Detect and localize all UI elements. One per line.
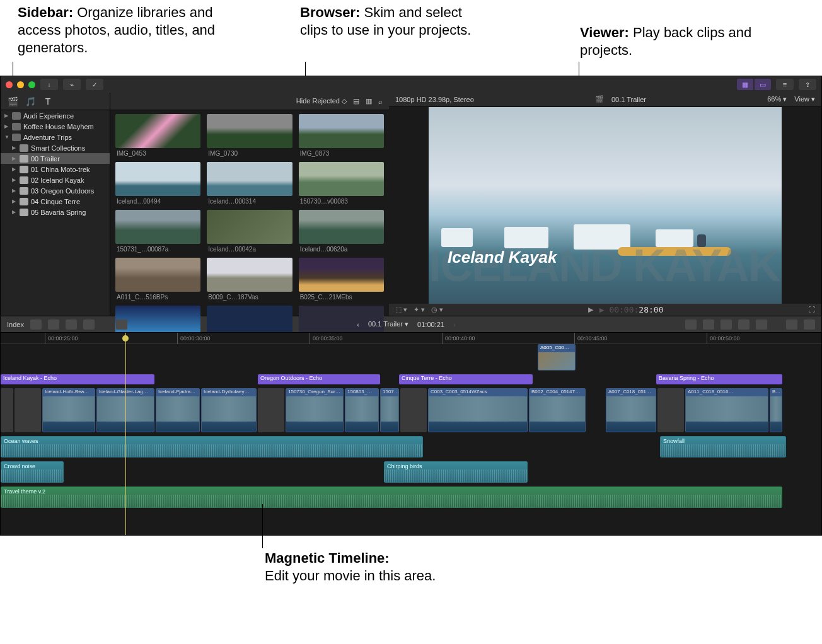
- sidebar-item[interactable]: ▶Smart Collections: [1, 142, 110, 153]
- audio-clip[interactable]: Crowd noise: [1, 461, 64, 483]
- browser-clip[interactable]: A011_C…516BPs: [115, 258, 200, 301]
- sidebar-item[interactable]: ▼Adventure Trips: [1, 132, 110, 142]
- video-clip[interactable]: A011_C018_0516…: [685, 388, 768, 432]
- zoom-menu[interactable]: 66% ▾: [767, 95, 787, 103]
- view-menu[interactable]: View ▾: [794, 95, 815, 103]
- video-clip[interactable]: B002_C004_0514T…: [529, 388, 586, 432]
- search-icon[interactable]: ⌕: [378, 98, 383, 105]
- titles-generators-tab[interactable]: T: [42, 96, 54, 107]
- solo-toggle[interactable]: [721, 319, 732, 330]
- ruler-mark: 00:00:50:00: [707, 333, 740, 344]
- gap-clip[interactable]: [400, 388, 427, 432]
- select-tool[interactable]: [116, 319, 127, 330]
- timeline-toggle[interactable]: ▭: [755, 79, 771, 90]
- clip-appearance[interactable]: [756, 319, 767, 330]
- gap-clip[interactable]: [258, 388, 284, 432]
- audio-skimming-toggle[interactable]: [703, 319, 714, 330]
- bottom-callout: Magnetic Timeline: Edit your movie in th…: [0, 536, 822, 611]
- filter-menu[interactable]: Hide Rejected ◇: [296, 97, 347, 105]
- append-button[interactable]: [66, 319, 77, 330]
- video-clip[interactable]: Iceland-Dyrholaey…: [201, 388, 257, 432]
- top-callouts: Sidebar: Organize libraries and access p…: [0, 0, 822, 76]
- browser-clip[interactable]: 150730…v00083: [299, 162, 384, 205]
- sidebar-item[interactable]: ▶00 Trailer: [1, 153, 110, 164]
- sidebar-item[interactable]: ▶02 Iceland Kayak: [1, 175, 110, 185]
- timeline-history-forward[interactable]: ›: [453, 321, 456, 328]
- background-tasks-button[interactable]: ✓: [86, 79, 103, 90]
- overwrite-button[interactable]: [83, 319, 95, 330]
- timeline-project-menu[interactable]: 00.1 Trailer ▾: [368, 320, 408, 328]
- browser-clip[interactable]: Iceland…000314: [207, 162, 292, 205]
- audio-clip[interactable]: Ocean waves: [1, 436, 423, 457]
- title-track: Iceland Kayak - EchoOregon Outdoors - Ec…: [1, 374, 821, 387]
- keyword-button[interactable]: ⌁: [63, 79, 81, 90]
- audio-clip[interactable]: Snowfall: [660, 436, 786, 457]
- callout-sidebar-title: Sidebar:: [18, 4, 73, 20]
- list-view-button[interactable]: ▥: [366, 97, 372, 105]
- enhance-menu[interactable]: ✦ ▾: [414, 306, 425, 314]
- browser-clip[interactable]: IMG_0730: [207, 114, 292, 157]
- fullscreen-button[interactable]: ⛶: [808, 306, 815, 313]
- effects-browser-toggle[interactable]: [786, 319, 797, 330]
- video-clip[interactable]: 1507…: [380, 388, 399, 432]
- clip-appearance-button[interactable]: ▤: [353, 97, 359, 105]
- title-clip[interactable]: Oregon Outdoors - Echo: [258, 374, 380, 384]
- connect-button[interactable]: [30, 319, 42, 330]
- gap-clip[interactable]: [657, 388, 684, 432]
- primary-storyline: Iceland-Hofn-Bea…Iceland-Glacier-Lag…Ice…: [1, 388, 821, 434]
- video-clip[interactable]: C003_C003_0514WZacs: [428, 388, 528, 432]
- skimming-toggle[interactable]: [685, 319, 697, 330]
- video-clip[interactable]: B…: [770, 388, 782, 432]
- sidebar-item[interactable]: ▶04 Cinque Terre: [1, 196, 110, 207]
- gap-clip[interactable]: [14, 388, 41, 432]
- zoom-window-button[interactable]: [28, 81, 35, 88]
- browser-clip[interactable]: IMG_0453: [115, 114, 200, 157]
- video-clip[interactable]: 150730_Oregon_Sur…: [286, 388, 344, 432]
- gap-clip[interactable]: [1, 388, 13, 432]
- video-clip[interactable]: A007_C018_051…: [606, 388, 656, 432]
- timeline-index-button[interactable]: Index: [7, 321, 24, 328]
- sidebar-item[interactable]: ▶Koffee House Mayhem: [1, 121, 110, 132]
- browser-clip[interactable]: B025_C…21MEbs: [299, 258, 384, 301]
- video-clip[interactable]: 150803_…: [345, 388, 379, 432]
- browser-toggle[interactable]: ▦: [737, 79, 753, 90]
- browser-clip[interactable]: IMG_0873: [299, 114, 384, 157]
- title-clip[interactable]: Bavaria Spring - Echo: [656, 374, 782, 384]
- transform-menu[interactable]: ⬚ ▾: [395, 306, 407, 314]
- insert-button[interactable]: [48, 319, 59, 330]
- sidebar-item[interactable]: ▶Audi Experience: [1, 110, 110, 121]
- sidebar-item[interactable]: ▶03 Oregon Outdoors: [1, 185, 110, 196]
- share-button[interactable]: ⇪: [799, 79, 816, 90]
- video-clip[interactable]: Iceland-Hofn-Bea…: [42, 388, 95, 432]
- audio-clip[interactable]: Travel theme v.2: [1, 486, 782, 508]
- viewer-canvas[interactable]: ICELAND KAYAK Iceland Kayak: [389, 107, 821, 304]
- timeline[interactable]: 00:00:25:0000:00:30:0000:00:35:0000:00:4…: [1, 332, 821, 535]
- browser-clip[interactable]: B009_C…187Vas: [207, 258, 292, 301]
- browser-clip[interactable]: Iceland…00620a: [299, 210, 384, 253]
- connected-video-clip[interactable]: A005_C00…: [538, 344, 576, 371]
- retime-menu[interactable]: ◷ ▾: [431, 306, 443, 314]
- sidebar-tabs: 🎬 🎵 T: [1, 93, 110, 110]
- sidebar-item[interactable]: ▶01 China Moto-trek: [1, 164, 110, 175]
- snapping-toggle[interactable]: [738, 319, 750, 330]
- transitions-browser-toggle[interactable]: [804, 319, 815, 330]
- browser-clip[interactable]: 150731_…00087a: [115, 210, 200, 253]
- photos-audio-tab[interactable]: 🎵: [25, 96, 36, 107]
- playhead[interactable]: [125, 333, 126, 535]
- video-clip[interactable]: Iceland-Fjadra…: [156, 388, 200, 432]
- import-button[interactable]: ↓: [40, 79, 58, 90]
- clips-grid[interactable]: IMG_0453IMG_0730IMG_0873Iceland…00494Ice…: [110, 110, 389, 345]
- title-clip[interactable]: Iceland Kayak - Echo: [1, 374, 154, 384]
- sidebar-item[interactable]: ▶05 Bavaria Spring: [1, 207, 110, 217]
- minimize-window-button[interactable]: [17, 81, 24, 88]
- browser-clip[interactable]: Iceland…00042a: [207, 210, 292, 253]
- inspector-toggle[interactable]: ≡: [776, 79, 794, 90]
- close-window-button[interactable]: [6, 81, 13, 88]
- libraries-tab[interactable]: 🎬: [7, 96, 18, 107]
- title-clip[interactable]: Cinque Terre - Echo: [399, 374, 533, 384]
- ruler-mark: 00:00:25:00: [45, 333, 78, 344]
- audio-clip[interactable]: Chirping birds: [384, 461, 528, 483]
- timeline-history-back[interactable]: ‹: [357, 321, 359, 328]
- browser-clip[interactable]: Iceland…00494: [115, 162, 200, 205]
- play-button[interactable]: ▶: [588, 306, 593, 314]
